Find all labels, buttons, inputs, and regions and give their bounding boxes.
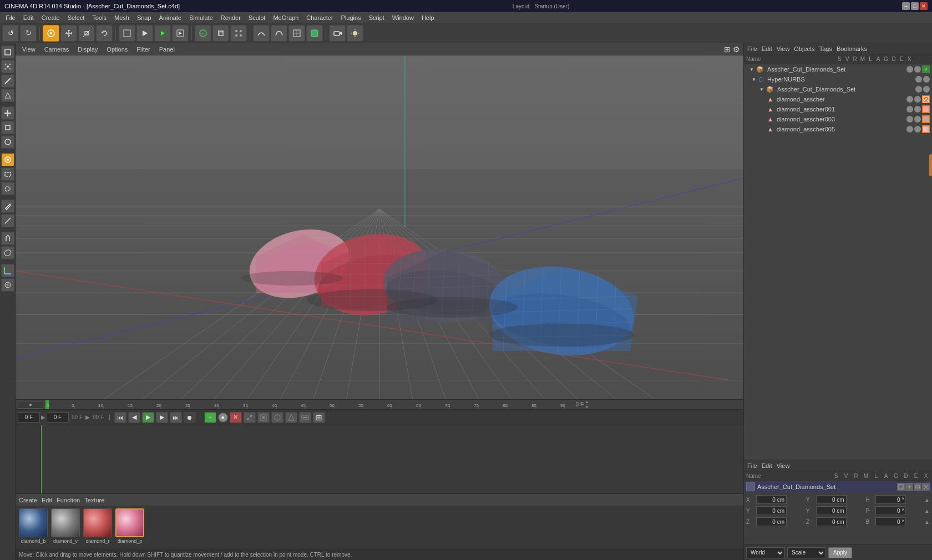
menu-file[interactable]: File <box>2 13 19 22</box>
close-button[interactable]: ✕ <box>920 2 928 10</box>
attr-menu-view[interactable]: View <box>777 462 790 469</box>
scale-button[interactable] <box>78 25 95 42</box>
obj-row-hypernurbs[interactable]: ▼ ⬡ HyperNURBS <box>744 74 932 84</box>
material-item-0[interactable]: diamond_b <box>19 508 48 544</box>
maximize-button[interactable]: □ <box>911 2 919 10</box>
tool-move[interactable] <box>1 106 14 120</box>
menu-window[interactable]: Window <box>389 13 417 22</box>
timeline-btn7[interactable] <box>285 412 297 423</box>
viewport-options[interactable]: ⚙ <box>733 45 740 54</box>
coord-b[interactable] <box>875 517 906 526</box>
undo-button[interactable]: ↺ <box>2 25 19 42</box>
camera-button[interactable] <box>329 25 346 42</box>
world-axis[interactable] <box>1 278 14 292</box>
render-view-button[interactable] <box>172 25 189 42</box>
vp-tab-view[interactable]: View <box>19 45 39 54</box>
tool-select-poly[interactable] <box>1 182 14 195</box>
menu-plugins[interactable]: Plugins <box>338 13 364 22</box>
objm-menu-file[interactable]: File <box>747 45 757 52</box>
render-region-button[interactable] <box>119 25 135 42</box>
menu-sculpt[interactable]: Sculpt <box>245 13 269 22</box>
expand-icon-hypernurbs[interactable]: ▼ <box>752 77 756 82</box>
menu-render[interactable]: Render <box>217 13 244 22</box>
obj-row-diamond3[interactable]: ▲ diamond_asscher003 <box>744 114 932 124</box>
vp-tab-options[interactable]: Options <box>103 45 131 54</box>
coord-h[interactable] <box>875 495 906 504</box>
menu-mesh[interactable]: Mesh <box>111 13 133 22</box>
mode-object[interactable] <box>1 45 14 59</box>
record-button[interactable]: ⏺ <box>184 412 196 423</box>
timeline-ruler[interactable]: ● 0 5 10 15 <box>16 400 743 410</box>
mode-points[interactable] <box>1 60 14 73</box>
viewport-maximize[interactable]: ⊞ <box>724 45 731 54</box>
goto-start-button[interactable]: ⏮ <box>114 412 126 423</box>
menu-help[interactable]: Help <box>418 13 438 22</box>
tool-knife[interactable] <box>1 214 14 227</box>
expand-icon-root[interactable]: ▼ <box>749 67 754 72</box>
apply-button[interactable]: Apply <box>828 547 852 558</box>
prev-frame-button[interactable]: ◀ <box>128 412 140 423</box>
menu-tools[interactable]: Tools <box>89 13 110 22</box>
coord-z-y[interactable] <box>816 517 847 526</box>
array-button[interactable] <box>230 25 247 42</box>
render-queue-button[interactable] <box>154 25 171 42</box>
timeline-btn9[interactable]: ⊞ <box>313 412 325 423</box>
new-obj-button[interactable]: + <box>195 25 211 42</box>
tool-select-rect[interactable] <box>1 167 14 181</box>
vp-tab-cameras[interactable]: Cameras <box>41 45 73 54</box>
menu-snap[interactable]: Snap <box>134 13 155 22</box>
transform-select[interactable]: Scale Move Rotate <box>787 547 826 558</box>
menu-simulate[interactable]: Simulate <box>186 13 216 22</box>
menu-character[interactable]: Character <box>303 13 336 22</box>
vp-tab-filter[interactable]: Filter <box>133 45 153 54</box>
viewport-3d[interactable]: Perspective <box>16 55 743 399</box>
keyframe-delete[interactable]: ✕ <box>230 412 242 423</box>
live-selection-button[interactable] <box>43 25 59 42</box>
vp-tab-display[interactable]: Display <box>74 45 101 54</box>
tool-scale[interactable] <box>1 121 14 134</box>
objm-menu-view[interactable]: View <box>777 45 790 52</box>
start-frame-input[interactable] <box>47 413 69 422</box>
current-frame-input[interactable] <box>18 413 40 422</box>
minimize-button[interactable]: ─ <box>902 2 910 10</box>
spline-tool[interactable] <box>253 25 270 42</box>
material-menu-function[interactable]: Function <box>57 497 80 503</box>
motion-path[interactable] <box>244 412 256 423</box>
coord-y-pos[interactable] <box>756 506 787 515</box>
axis-center[interactable] <box>1 264 14 277</box>
coord-x-y[interactable] <box>816 495 847 504</box>
menu-select[interactable]: Select <box>64 13 88 22</box>
timeline-btn5[interactable] <box>257 412 270 423</box>
menu-edit[interactable]: Edit <box>20 13 37 22</box>
mode-edges[interactable] <box>1 74 14 88</box>
copy-button[interactable] <box>212 25 229 42</box>
coord-x-pos[interactable] <box>756 495 787 504</box>
play-button[interactable]: ▶ <box>142 412 154 423</box>
material-item-1[interactable]: diamond_v <box>51 508 80 544</box>
goto-end-button[interactable]: ⏭ <box>170 412 182 423</box>
material-item-2[interactable]: diamond_r <box>83 508 112 544</box>
menu-script[interactable]: Script <box>366 13 388 22</box>
tool-pen[interactable] <box>1 200 14 213</box>
obj-row-diamond1[interactable]: ▲ diamond_asscher <box>744 94 932 104</box>
keyframe-options[interactable]: ● <box>218 413 228 422</box>
material-menu-texture[interactable]: Texture <box>84 497 104 503</box>
track-area[interactable] <box>41 425 743 493</box>
tool-rotate[interactable] <box>1 135 14 149</box>
objm-menu-tags[interactable]: Tags <box>819 45 832 52</box>
mode-polygons[interactable] <box>1 89 14 102</box>
expand-icon-setlevel2[interactable]: ▼ <box>759 87 764 92</box>
menu-create[interactable]: Create <box>38 13 63 22</box>
material-menu-edit[interactable]: Edit <box>42 497 52 503</box>
material-menu-create[interactable]: Create <box>19 497 37 503</box>
tool-select-live[interactable] <box>1 153 14 166</box>
timeline-ruler-svg[interactable]: 0 5 10 15 20 25 30 <box>45 400 567 409</box>
objm-menu-edit[interactable]: Edit <box>762 45 772 52</box>
render-button[interactable] <box>136 25 153 42</box>
material-item-3[interactable]: diamond_p <box>115 508 144 544</box>
menu-mograph[interactable]: MoGraph <box>270 13 302 22</box>
objm-menu-objects[interactable]: Objects <box>794 45 814 52</box>
attr-menu-edit[interactable]: Edit <box>762 462 772 469</box>
coord-y-y[interactable] <box>816 506 847 515</box>
obj-row-diamond4[interactable]: ▲ diamond_asscher005 <box>744 124 932 134</box>
